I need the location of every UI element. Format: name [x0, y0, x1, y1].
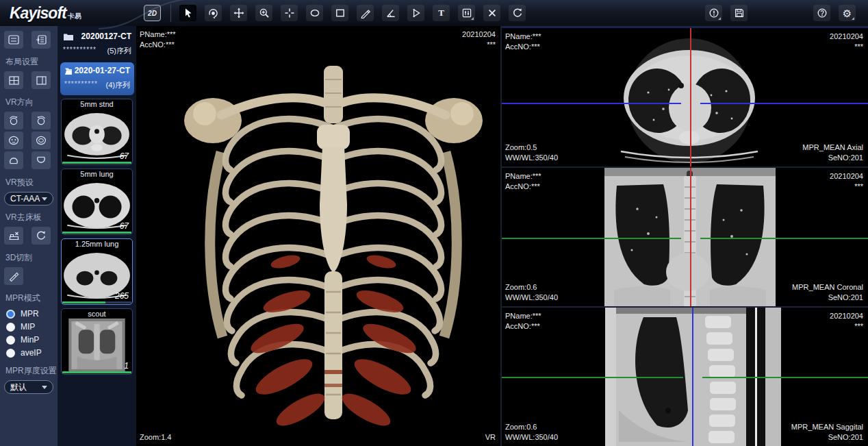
thumbnail-progress: [62, 162, 131, 164]
radio-dot-icon: [6, 323, 15, 332]
vr-direction-rotate-left-button[interactable]: [4, 112, 23, 129]
save-floppy-icon: [734, 8, 745, 18]
angle-icon: [385, 8, 396, 18]
axial-scroll-indicator[interactable]: [736, 26, 745, 28]
layout-section-label: 布局设置: [5, 56, 58, 68]
remove-bed-button[interactable]: [4, 227, 23, 245]
scalpel-icon: [8, 271, 19, 282]
pan-tool-button[interactable]: [230, 5, 247, 21]
layout-2d-icon: 2D: [148, 10, 157, 17]
coronal-stars: ***: [830, 182, 863, 192]
coronal-wwwl: WW/WL:350/40: [505, 293, 558, 303]
study-series-count: (5)序列: [107, 46, 131, 56]
layout-grid-button[interactable]: [4, 71, 23, 89]
radio-dot-icon: [6, 310, 15, 319]
head-bottom-icon: [36, 155, 47, 166]
coronal-crosshair-horizontal-green[interactable]: [502, 238, 868, 239]
sagittal-seno: SeNO:201: [791, 432, 863, 443]
study-item-2-selected[interactable]: 2020-01-27-CT ********** (4)序列: [60, 62, 134, 95]
axial-seno: SeNO:201: [802, 153, 863, 163]
head-rotate-right-icon: [36, 115, 47, 126]
series-panel: 20200127-CT ********** (5)序列 2020-01-27-…: [58, 26, 136, 446]
scalpel-cut-button[interactable]: [4, 267, 23, 285]
help-button[interactable]: [813, 5, 830, 21]
bed-reset-button[interactable]: [31, 227, 51, 245]
series-thumbnail-1-25mm-lung[interactable]: 1.25mm lung 265: [61, 238, 133, 305]
vr-direction-section-label: VR方向: [5, 97, 58, 108]
mpr-mode-radio-mpr[interactable]: MPR: [6, 308, 58, 320]
folder-open-icon: [64, 66, 72, 75]
window-level-tool-button[interactable]: [458, 5, 475, 21]
axial-pname: PName:***: [505, 32, 541, 42]
split-left-icon: [36, 76, 47, 85]
text-tool-button[interactable]: T: [433, 5, 450, 21]
grid-2x2-icon: [9, 76, 19, 85]
vr-preset-select[interactable]: CT-AAA: [4, 192, 53, 206]
mpr-sagittal-viewport[interactable]: PName:*** AccNO:*** 20210204 *** Zoom:0.…: [502, 308, 868, 446]
folder-closed-icon: [63, 32, 74, 41]
series-thumbnail-5mm-lung[interactable]: 5mm lung 67: [61, 169, 133, 235]
mpr-mode-radio-minp[interactable]: MinP: [6, 334, 58, 346]
info-tool-button[interactable]: [705, 5, 722, 21]
zoom-in-icon: [259, 8, 270, 18]
reset-tool-button[interactable]: [509, 5, 526, 21]
panel-collapse-button[interactable]: [31, 31, 51, 49]
axial-crosshair-horizontal-blue[interactable]: [502, 103, 868, 104]
thumbnail-scout-image: [62, 318, 132, 373]
chevron-down-icon: [42, 197, 47, 201]
axial-overlay-bottomleft: Zoom:0.5 WW/WL:350/40: [505, 143, 558, 163]
head-top-icon: [8, 155, 19, 166]
vr-direction-bottom-button[interactable]: [31, 151, 51, 169]
vr-direction-top-button[interactable]: [4, 151, 23, 169]
face-back-icon: [36, 136, 47, 145]
coronal-zoom: Zoom:0.6: [505, 282, 558, 293]
gear-icon: ⚙: [843, 8, 852, 18]
series-thumbnail-scout[interactable]: scout 1: [61, 308, 133, 375]
list-panel-icon: [8, 35, 19, 45]
angle-tool-button[interactable]: [382, 5, 399, 21]
coronal-overlay-bottomright: MPR_MEAN Coronal SeNO:201: [792, 282, 863, 303]
thumbnail-label: 5mm lung: [62, 170, 132, 178]
rotate-3d-icon: [207, 8, 219, 19]
axial-stars: ***: [830, 42, 863, 52]
panel-list-button[interactable]: [4, 31, 23, 49]
mpr-thickness-section-label: MPR厚度设置: [5, 365, 58, 377]
mpr-thickness-value: 默认: [10, 382, 27, 393]
sagittal-accno: AccNO:***: [505, 321, 541, 332]
pencil-measure-icon: [360, 8, 371, 18]
zoom-tool-button[interactable]: [255, 5, 272, 21]
sagittal-date: 20210204: [830, 311, 863, 321]
study-item-1[interactable]: 20200127-CT ********** (5)序列: [58, 27, 136, 61]
mpr-coronal-viewport[interactable]: PName:*** AccNO:*** 20210204 *** Zoom:0.…: [502, 168, 868, 306]
ellipse-roi-tool-button[interactable]: [306, 5, 323, 21]
vr-direction-rotate-right-button[interactable]: [31, 112, 51, 129]
vr-pname: PName:***: [140, 29, 176, 40]
series-thumbnail-5mm-stnd[interactable]: 5mm stnd 67: [61, 99, 133, 165]
vr-viewport[interactable]: PName:*** AccNO:*** 20210204 *** Zoom:1.…: [136, 26, 500, 446]
layout-split-button[interactable]: [31, 71, 51, 89]
vr-direction-front-button[interactable]: [4, 132, 23, 149]
mpr-thickness-select[interactable]: 默认: [4, 380, 53, 394]
axial-crosshair-vertical-red[interactable]: [690, 28, 691, 166]
settings-button[interactable]: ⚙: [839, 5, 856, 21]
study-patient: **********: [63, 46, 97, 56]
mpr-axial-viewport[interactable]: PName:*** AccNO:*** 20210204 *** Zoom:0.…: [502, 26, 868, 166]
thumbnail-label: 5mm stnd: [62, 100, 132, 108]
mpr-mode-radio-aveip[interactable]: aveIP: [6, 347, 58, 359]
save-button[interactable]: [730, 5, 748, 21]
delete-annotation-tool-button[interactable]: [483, 5, 500, 21]
layout-2d-button[interactable]: 2D: [144, 5, 161, 21]
mpr-mode-radio-mip[interactable]: MIP: [6, 321, 58, 333]
measure-tool-button[interactable]: [357, 5, 374, 21]
arrow-annotate-tool-button[interactable]: [407, 5, 424, 21]
rect-roi-tool-button[interactable]: [331, 5, 348, 21]
app-logo: Kayisoft 卡易: [10, 4, 144, 23]
crosshair-tool-button[interactable]: [281, 5, 298, 21]
face-front-icon: [8, 136, 19, 145]
sagittal-crosshair-horizontal-green[interactable]: [502, 377, 868, 378]
rotate-3d-tool-button[interactable]: [205, 5, 222, 21]
vr-direction-back-button[interactable]: [31, 132, 51, 149]
collapse-panel-icon: [36, 35, 47, 45]
coronal-crosshair-vertical-red[interactable]: [690, 168, 691, 306]
cursor-tool-button[interactable]: [179, 5, 196, 21]
